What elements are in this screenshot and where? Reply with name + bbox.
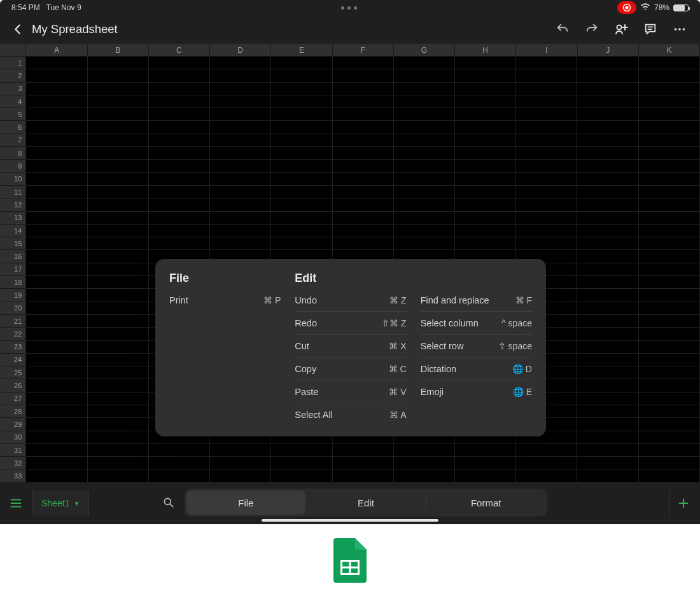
row-header[interactable]: 6 <box>0 121 26 134</box>
cell[interactable] <box>639 121 700 134</box>
cell[interactable] <box>516 198 577 211</box>
shortcut-item[interactable]: Dictation🌐 D <box>421 358 532 380</box>
sheet-tab[interactable]: Sheet1 ▼ <box>32 490 89 517</box>
row-header[interactable]: 13 <box>0 212 26 225</box>
cell[interactable] <box>394 69 455 82</box>
cell[interactable] <box>149 57 210 69</box>
cell[interactable] <box>210 108 271 121</box>
cell[interactable] <box>149 212 210 225</box>
cell[interactable] <box>210 83 271 95</box>
cell[interactable] <box>639 470 700 483</box>
cell[interactable] <box>516 212 577 225</box>
cell[interactable] <box>577 276 638 289</box>
redo-button[interactable] <box>583 20 601 38</box>
column-header[interactable]: G <box>394 44 455 57</box>
cell[interactable] <box>26 289 87 302</box>
cell[interactable] <box>149 444 210 457</box>
cell[interactable] <box>149 470 210 483</box>
cell[interactable] <box>639 134 700 147</box>
cell[interactable] <box>88 108 149 121</box>
cell[interactable] <box>26 121 87 134</box>
cell[interactable] <box>455 457 516 469</box>
cell[interactable] <box>88 134 149 147</box>
cell[interactable] <box>88 444 149 457</box>
cell[interactable] <box>577 263 638 276</box>
cell[interactable] <box>88 95 149 108</box>
cell[interactable] <box>333 173 394 186</box>
cell[interactable] <box>577 289 638 302</box>
cell[interactable] <box>639 457 700 469</box>
cell[interactable] <box>455 134 516 147</box>
cell[interactable] <box>88 147 149 160</box>
cell[interactable] <box>88 198 149 211</box>
shortcut-item[interactable]: Select All⌘ A <box>295 403 406 426</box>
cell[interactable] <box>455 83 516 95</box>
share-button[interactable] <box>612 20 630 38</box>
cell[interactable] <box>26 379 87 392</box>
cell[interactable] <box>516 444 577 457</box>
cell[interactable] <box>26 418 87 431</box>
cell[interactable] <box>639 366 700 379</box>
cell[interactable] <box>149 457 210 469</box>
cell[interactable] <box>271 237 332 250</box>
cell[interactable] <box>639 186 700 198</box>
cell[interactable] <box>333 160 394 172</box>
cell[interactable] <box>271 173 332 186</box>
cell[interactable] <box>333 69 394 82</box>
find-button[interactable] <box>153 489 185 517</box>
row-header[interactable]: 12 <box>0 198 26 211</box>
cell[interactable] <box>26 147 87 160</box>
cell[interactable] <box>210 457 271 469</box>
cell[interactable] <box>577 393 638 405</box>
cell[interactable] <box>26 431 87 444</box>
cell[interactable] <box>149 237 210 250</box>
cell[interactable] <box>149 69 210 82</box>
cell[interactable] <box>577 405 638 418</box>
toolbar-segment-edit[interactable]: Edit <box>307 490 426 515</box>
cell[interactable] <box>88 276 149 289</box>
shortcut-item[interactable]: Undo⌘ Z <box>295 289 406 312</box>
cell[interactable] <box>26 328 87 340</box>
cell[interactable] <box>26 173 87 186</box>
cell[interactable] <box>88 302 149 315</box>
cell[interactable] <box>88 405 149 418</box>
cell[interactable] <box>88 173 149 186</box>
cell[interactable] <box>149 134 210 147</box>
cell[interactable] <box>210 95 271 108</box>
cell[interactable] <box>210 470 271 483</box>
cell[interactable] <box>639 237 700 250</box>
cell[interactable] <box>149 160 210 172</box>
cell[interactable] <box>516 186 577 198</box>
cell[interactable] <box>394 237 455 250</box>
cell[interactable] <box>639 328 700 340</box>
cell[interactable] <box>577 186 638 198</box>
cell[interactable] <box>577 134 638 147</box>
cell[interactable] <box>333 57 394 69</box>
cell[interactable] <box>394 186 455 198</box>
cell[interactable] <box>271 457 332 469</box>
cell[interactable] <box>394 457 455 469</box>
cell[interactable] <box>26 366 87 379</box>
cell[interactable] <box>639 212 700 225</box>
cell[interactable] <box>271 212 332 225</box>
row-header[interactable]: 23 <box>0 341 26 354</box>
cell[interactable] <box>88 470 149 483</box>
cell[interactable] <box>639 160 700 172</box>
cell[interactable] <box>394 160 455 172</box>
cell[interactable] <box>271 83 332 95</box>
cell[interactable] <box>333 83 394 95</box>
cell[interactable] <box>577 250 638 263</box>
more-button[interactable] <box>671 20 689 38</box>
cell[interactable] <box>26 405 87 418</box>
row-header[interactable]: 18 <box>0 276 26 289</box>
cell[interactable] <box>26 354 87 366</box>
cell[interactable] <box>149 186 210 198</box>
cell[interactable] <box>271 225 332 237</box>
cell[interactable] <box>210 121 271 134</box>
row-header[interactable]: 7 <box>0 134 26 147</box>
cell[interactable] <box>210 212 271 225</box>
cell[interactable] <box>271 160 332 172</box>
cell[interactable] <box>455 121 516 134</box>
cell[interactable] <box>577 121 638 134</box>
cell[interactable] <box>455 186 516 198</box>
